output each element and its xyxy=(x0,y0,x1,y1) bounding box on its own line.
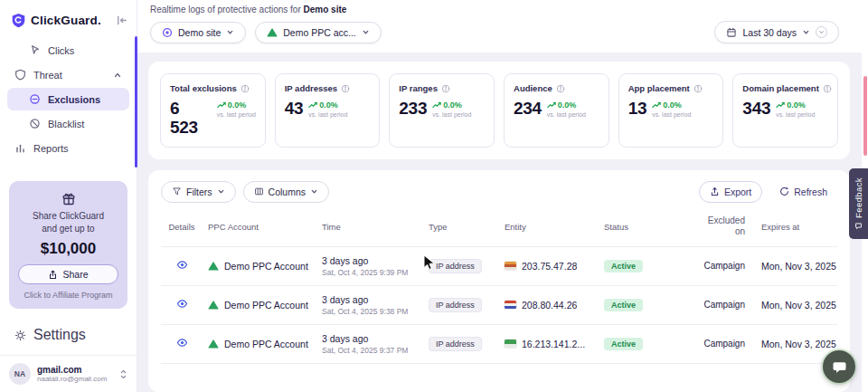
table-row[interactable]: Demo PPC Account 3 days agoSat, Oct 4, 2… xyxy=(161,325,837,364)
date-range-expand-icon[interactable] xyxy=(816,26,827,38)
columns-button[interactable]: Columns xyxy=(243,181,329,203)
date-range-chip[interactable]: Last 30 days xyxy=(714,21,839,43)
sidebar-item-label: Clicks xyxy=(48,45,74,56)
filters-button[interactable]: Filters xyxy=(161,181,236,203)
info-icon[interactable] xyxy=(341,84,350,93)
page-scrollbar-thumb[interactable] xyxy=(863,76,867,156)
stat-label: IP ranges xyxy=(399,83,438,93)
gift-icon xyxy=(18,192,118,206)
subtitle-site-name: Demo site xyxy=(304,5,347,14)
col-header-expires-at: Expires at xyxy=(756,222,837,232)
trend-up-icon xyxy=(652,101,661,109)
stat-delta: 0.0% xyxy=(319,100,338,110)
refresh-icon xyxy=(779,186,789,196)
chevron-down-icon xyxy=(310,187,318,196)
time-relative: 3 days ago xyxy=(322,255,423,266)
sidebar-nav: Clicks Threat Exclusions Blacklist xyxy=(0,37,137,161)
time-absolute: Sat, Oct 4, 2025 9:39 PM xyxy=(322,268,423,277)
avatar: NA xyxy=(9,363,31,385)
stat-card-audience: Audience 234 0.0% vs. last period xyxy=(504,73,609,148)
feedback-tab[interactable]: Feedback xyxy=(849,168,868,239)
clickguard-logo-icon xyxy=(11,13,26,28)
refresh-button[interactable]: Refresh xyxy=(769,182,837,202)
stat-value: 13 xyxy=(628,100,647,119)
ppc-account-filter-chip[interactable]: Demo PPC acc... xyxy=(255,22,382,43)
sidebar-collapse-icon[interactable] xyxy=(116,14,127,26)
sidebar-item-label: Exclusions xyxy=(48,94,100,105)
type-badge: IP address xyxy=(429,337,482,351)
affiliate-promo-card: Share ClickGuard and get up to $10,000 S… xyxy=(9,181,127,309)
stat-label: App placement xyxy=(628,83,690,93)
expires-at-value: Mon, Nov 3, 2025 xyxy=(756,339,837,349)
col-header-ppc-account: PPC Account xyxy=(203,222,316,232)
stat-label: IP addresses xyxy=(285,83,337,93)
date-range-label: Last 30 days xyxy=(742,27,797,38)
google-ads-icon xyxy=(208,261,219,272)
google-ads-icon xyxy=(208,300,219,311)
share-button[interactable]: Share xyxy=(18,264,118,284)
logo-row: ClickGuard. xyxy=(0,0,137,37)
logs-table-card: Filters Columns Export Refresh xyxy=(148,170,850,392)
stat-value: 343 xyxy=(742,100,770,119)
minus-circle-icon xyxy=(29,93,41,105)
info-icon[interactable] xyxy=(693,84,703,93)
stat-card-app-placement: App placement 13 0.0% vs. last period xyxy=(618,73,724,148)
view-details-icon[interactable] xyxy=(176,299,188,309)
stat-delta: 0.0% xyxy=(558,100,577,110)
sidebar-item-exclusions[interactable]: Exclusions xyxy=(7,88,129,110)
stat-value: 43 xyxy=(285,100,304,119)
feedback-bubble-icon xyxy=(854,222,863,230)
stat-period: vs. last period xyxy=(652,111,691,118)
col-header-details: Details xyxy=(161,222,203,232)
sidebar-item-label: Settings xyxy=(33,327,86,343)
col-header-status: Status xyxy=(599,222,689,232)
sidebar-item-reports[interactable]: Reports xyxy=(7,137,129,159)
site-filter-chip[interactable]: Demo site xyxy=(150,22,246,43)
view-details-icon[interactable] xyxy=(176,260,188,270)
share-button-label: Share xyxy=(62,269,88,280)
chevron-up-icon xyxy=(113,71,122,80)
table-row[interactable]: Demo PPC Account 3 days agoSat, Oct 4, 2… xyxy=(161,247,837,286)
info-icon[interactable] xyxy=(823,84,832,93)
col-header-excluded-on: Excluded on xyxy=(702,215,745,238)
stat-value: 233 xyxy=(399,100,427,119)
chevron-down-icon xyxy=(226,28,234,36)
chat-widget-button[interactable] xyxy=(823,350,855,383)
ppc-account-name: Demo PPC Account xyxy=(224,261,308,272)
site-icon xyxy=(162,27,173,38)
refresh-button-label: Refresh xyxy=(794,186,827,197)
stat-delta: 0.0% xyxy=(443,100,462,110)
export-button-label: Export xyxy=(724,186,751,197)
entity-value: 16.213.141.2... xyxy=(522,339,585,349)
sidebar-item-settings[interactable]: Settings xyxy=(7,321,129,349)
stat-delta: 0.0% xyxy=(228,100,247,110)
columns-icon xyxy=(254,186,264,196)
view-details-icon[interactable] xyxy=(176,338,188,348)
account-switcher[interactable]: NA gmail.com naatali.ro@gmail.com xyxy=(0,355,137,392)
expires-at-value: Mon, Nov 3, 2025 xyxy=(756,261,837,272)
col-header-entity: Entity xyxy=(499,222,599,232)
country-flag-icon xyxy=(505,301,516,309)
col-header-type: Type xyxy=(423,222,499,232)
google-ads-icon xyxy=(208,339,219,349)
share-icon xyxy=(48,270,58,280)
sidebar-item-label: Threat xyxy=(33,70,62,81)
sidebar-scrollbar[interactable] xyxy=(135,36,137,167)
affiliate-program-link[interactable]: Click to Affiliate Program xyxy=(18,291,118,300)
info-icon[interactable] xyxy=(241,84,250,93)
stat-card-ip-addresses: IP addresses 43 0.0% vs. last period xyxy=(275,73,381,148)
brand-name: ClickGuard. xyxy=(31,14,101,27)
cursor-click-icon xyxy=(29,44,41,56)
ppc-account-filter-label: Demo PPC acc... xyxy=(283,27,356,38)
info-icon[interactable] xyxy=(441,84,450,93)
sidebar-item-threat[interactable]: Threat xyxy=(7,63,129,86)
info-icon[interactable] xyxy=(556,84,565,93)
excluded-on-value: Campaign xyxy=(689,300,756,310)
table-row[interactable]: Demo PPC Account 3 days agoSat, Oct 4, 2… xyxy=(161,286,837,325)
sidebar-item-blacklist[interactable]: Blacklist xyxy=(7,112,129,135)
sidebar-item-clicks[interactable]: Clicks xyxy=(7,39,129,62)
stat-delta: 0.0% xyxy=(787,100,806,110)
export-button[interactable]: Export xyxy=(699,181,762,203)
ppc-account-name: Demo PPC Account xyxy=(224,300,308,311)
stat-card-ip-ranges: IP ranges 233 0.0% vs. last period xyxy=(389,73,495,148)
